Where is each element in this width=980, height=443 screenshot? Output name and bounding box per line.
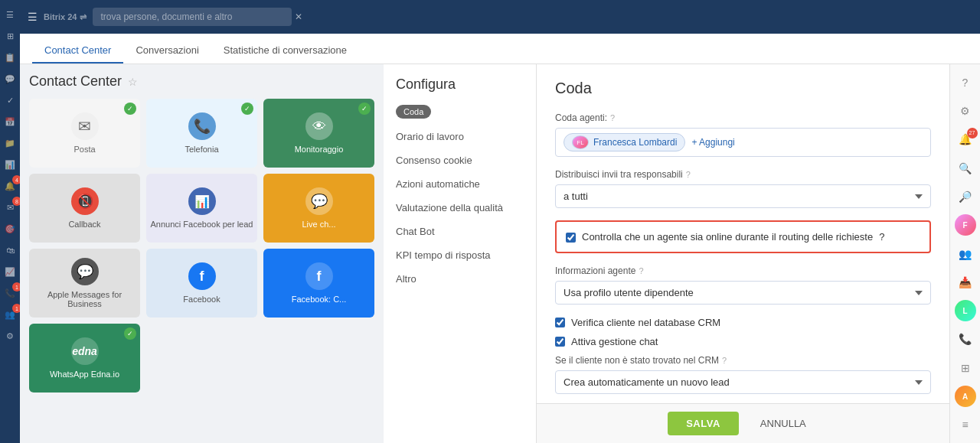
rs-search-icon[interactable]: 🔍: [953, 156, 978, 180]
sidebar-settings[interactable]: ⚙: [2, 327, 18, 344]
sidebar-target[interactable]: 🎯: [2, 220, 18, 237]
sidebar-crm[interactable]: 📊: [2, 156, 18, 173]
user-avatar-3: A: [955, 386, 976, 407]
form-container: Coda Coda agenti: ? FL Francesca Lombard…: [537, 64, 949, 443]
menu-item-kpi[interactable]: KPI tempo di risposta: [384, 243, 536, 267]
tab-conversazioni[interactable]: Conversazioni: [123, 38, 211, 64]
card-callback[interactable]: 📵 Callback: [29, 174, 140, 243]
card-telefonia[interactable]: ✓ 📞 Telefonia: [146, 99, 257, 168]
sidebar-shop[interactable]: 🛍: [2, 242, 18, 259]
form-section-title: Coda: [555, 80, 931, 97]
card-facebook[interactable]: f Facebook: [146, 249, 257, 318]
card-monitoraggio[interactable]: ✓ 👁 Monitoraggio: [263, 99, 374, 168]
facebook-c-icon: f: [305, 262, 333, 290]
apple-icon: 💬: [71, 258, 99, 285]
verifica-crm-checkbox[interactable]: [555, 318, 565, 327]
topbar-hamburger[interactable]: ☰: [28, 11, 38, 23]
card-label-facebook-c: Facebook: C...: [289, 295, 350, 304]
menu-item-orario[interactable]: Orario di lavoro: [384, 125, 536, 148]
rs-grid-icon[interactable]: ⊞: [953, 356, 978, 379]
rs-settings-icon[interactable]: ⚙: [953, 99, 978, 122]
main-area: Contact Center Conversazioni Statistiche…: [20, 34, 980, 443]
callback-icon: 📵: [71, 187, 99, 215]
save-button[interactable]: SALVA: [668, 412, 739, 435]
cards-grid: ✓ ✉ Posta ✓ 📞 Telefonia ✓ 👁 Monitoraggio: [29, 99, 374, 393]
card-facebook-lead[interactable]: 📊 Annunci Facebook per lead: [146, 174, 257, 243]
check-online-checkbox[interactable]: [566, 233, 576, 243]
sidebar-chart[interactable]: 📈: [2, 263, 18, 280]
rs-avatar1[interactable]: F: [953, 213, 978, 237]
sidebar-hamburger[interactable]: ☰: [2, 6, 18, 23]
check-online-help-icon[interactable]: ?: [879, 231, 884, 243]
rs-people-icon[interactable]: 👥: [953, 242, 978, 265]
agent-tag-francesca[interactable]: FL Francesca Lombardi: [564, 133, 685, 151]
tab-contact-center[interactable]: Contact Center: [32, 38, 123, 64]
rs-question-icon[interactable]: ?: [953, 70, 978, 94]
tab-statistiche[interactable]: Statistiche di conversazione: [211, 38, 359, 64]
sidebar-people[interactable]: 👥 1: [2, 306, 18, 323]
menu-item-valutazione[interactable]: Valutazione della qualità: [384, 196, 536, 220]
bell-badge: 27: [967, 128, 978, 138]
card-apple[interactable]: 💬 Apple Messages for Business: [29, 249, 140, 318]
se-cliente-help-icon[interactable]: ?: [722, 356, 727, 365]
sidebar-drive[interactable]: 📁: [2, 135, 18, 151]
coda-agenti-help-icon[interactable]: ?: [610, 113, 615, 122]
sidebar-home[interactable]: ⊞: [2, 28, 18, 44]
topbar-search[interactable]: [93, 8, 292, 26]
card-facebook-c[interactable]: f Facebook: C...: [263, 249, 374, 318]
facebook-icon: f: [188, 262, 216, 290]
rs-avatar3[interactable]: A: [953, 384, 978, 408]
card-whatsapp[interactable]: ✓ edna WhatsApp Edna.io: [29, 324, 140, 393]
menu-item-azioni[interactable]: Azioni automatiche: [384, 172, 536, 196]
menu-item-chatbot[interactable]: Chat Bot: [384, 220, 536, 243]
check-online-label[interactable]: Controlla che un agente sia online duran…: [582, 231, 884, 243]
sidebar-feed[interactable]: 📋: [2, 49, 18, 66]
attiva-gestione-checkbox[interactable]: [555, 337, 565, 347]
tabs-bar: Contact Center Conversazioni Statistiche…: [20, 34, 980, 64]
search-clear-icon[interactable]: ✕: [295, 11, 302, 22]
card-label-callback: Callback: [65, 220, 103, 229]
card-label-apple: Apple Messages for Business: [29, 290, 140, 308]
form-group-se-cliente: Se il cliente non è stato trovato nel CR…: [555, 355, 931, 394]
sidebar-calendar[interactable]: 📅: [2, 113, 18, 130]
favorite-star-icon[interactable]: ☆: [128, 76, 138, 88]
se-cliente-select[interactable]: Crea automaticamente un nuovo lead: [555, 370, 931, 394]
add-agent-link[interactable]: + Aggiungi: [691, 137, 734, 148]
configura-panel: Configura Coda Orario di lavoro Consenso…: [384, 64, 537, 443]
menu-item-altro[interactable]: Altro: [384, 267, 536, 291]
check-badge-telefonia: ✓: [241, 103, 253, 115]
monitoraggio-icon: 👁: [305, 112, 333, 140]
card-live[interactable]: 💬 Live ch...: [263, 174, 374, 243]
coda-agenti-label: Coda agenti: ?: [555, 112, 931, 123]
card-label-monitoraggio: Monitoraggio: [292, 145, 347, 154]
telefonia-icon: 📞: [188, 112, 216, 140]
rs-magnify-icon[interactable]: 🔎: [953, 184, 978, 208]
verifica-crm-label[interactable]: Verifica cliente nel database CRM: [571, 317, 720, 328]
right-sidebar: ? ⚙ 🔔 27 🔍 🔎 F 👥 📥 L 📞 ⊞ A ≡: [949, 64, 980, 443]
coda-badge[interactable]: Coda: [396, 105, 431, 119]
distribuisci-label: Distribuisci invii tra responsabili ?: [555, 169, 931, 180]
sidebar-phone[interactable]: 📞 1: [2, 285, 18, 301]
sidebar-notify[interactable]: 🔔 4: [2, 178, 18, 194]
informazioni-select[interactable]: Usa profilo utente dipendente: [555, 281, 931, 305]
sidebar-tasks[interactable]: ✓: [2, 92, 18, 109]
card-label-live: Live ch...: [299, 220, 338, 229]
check-badge-whatsapp: ✓: [124, 327, 136, 340]
cancel-button[interactable]: ANNULLA: [748, 412, 818, 435]
rs-menu-icon[interactable]: ≡: [953, 413, 978, 437]
informazioni-help-icon[interactable]: ?: [639, 266, 643, 275]
menu-item-consenso[interactable]: Consenso cookie: [384, 148, 536, 172]
rs-phone-green-icon[interactable]: 📞: [953, 327, 978, 351]
rs-avatar2[interactable]: L: [953, 299, 978, 323]
rs-bell-icon[interactable]: 🔔 27: [953, 128, 978, 151]
form-group-informazioni: Informazioni agente ? Usa profilo utente…: [555, 265, 931, 305]
sidebar-msg[interactable]: 💬: [2, 70, 18, 87]
distribuisci-help-icon[interactable]: ?: [686, 170, 691, 179]
distribuisci-select[interactable]: a tutti round robin meno carico: [555, 184, 931, 208]
sidebar-mail[interactable]: ✉ 8: [2, 199, 18, 216]
card-posta[interactable]: ✓ ✉ Posta: [29, 99, 140, 168]
attiva-gestione-label[interactable]: Attiva gestione chat: [571, 336, 658, 347]
se-cliente-label: Se il cliente non è stato trovato nel CR…: [555, 355, 931, 366]
rs-inbox-icon[interactable]: 📥: [953, 270, 978, 294]
user-avatar-1: F: [955, 214, 976, 236]
